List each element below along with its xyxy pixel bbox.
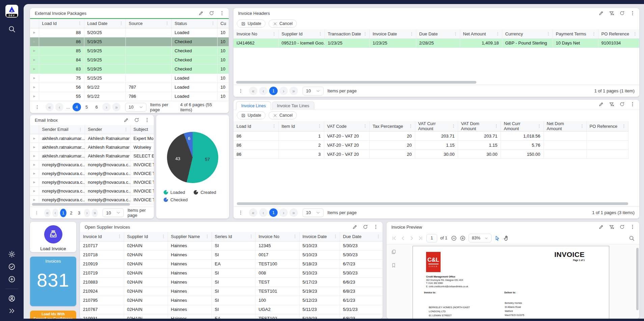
column-menu-icon[interactable]: ⋮ xyxy=(123,127,130,132)
column-header[interactable]: Net Amount⋮ xyxy=(460,29,502,38)
first-page-icon[interactable] xyxy=(391,235,397,241)
column-menu-icon[interactable]: ⋮ xyxy=(362,124,369,128)
filter-icon[interactable] xyxy=(609,10,614,16)
edit-icon[interactable] xyxy=(198,10,204,16)
column-header[interactable]: Transaction Date⋮ xyxy=(325,29,369,38)
next-page-button[interactable]: › xyxy=(84,209,90,217)
column-header[interactable]: Cu⋮ xyxy=(217,19,229,28)
filter-icon[interactable] xyxy=(609,224,614,230)
table-row[interactable]: 21088302HAINHainnesSITEST5/17/236/6/23 xyxy=(80,278,383,287)
column-header[interactable]: Sender Email⋮ xyxy=(39,125,85,134)
table-row[interactable]: 21076702HAINHainnesSIUGA25/11/235/31/23 xyxy=(80,305,383,314)
column-header[interactable]: Invoice Date⋮ xyxy=(369,29,416,38)
column-header[interactable]: Load Id⋮ xyxy=(39,19,84,28)
page-button[interactable]: 3 xyxy=(76,209,82,217)
column-header[interactable]: Due Date⋮ xyxy=(340,232,383,241)
load-invoice-button[interactable] xyxy=(44,225,62,243)
row-expander-icon[interactable]: ▶ xyxy=(30,160,39,169)
menu-icon[interactable] xyxy=(238,88,243,93)
last-page-button[interactable]: » xyxy=(112,103,120,111)
cancel-button[interactable]: Cancel xyxy=(269,20,297,28)
column-header[interactable]: PO Reference⋮ xyxy=(586,121,628,132)
menu-icon[interactable] xyxy=(144,117,150,123)
table-row[interactable]: 21092402HAINHainnesSITEST1015/19/236/8/2… xyxy=(80,287,383,296)
column-header[interactable]: VAT Dom Amount⋮ xyxy=(458,121,501,132)
pan-hand-icon[interactable] xyxy=(503,235,509,241)
column-header[interactable]: Currency⋮ xyxy=(502,29,553,38)
menu-icon[interactable] xyxy=(630,101,635,107)
column-header[interactable]: Subject⋮ xyxy=(130,125,154,134)
column-menu-icon[interactable]: ⋮ xyxy=(493,124,500,128)
column-menu-icon[interactable]: ⋮ xyxy=(332,234,339,239)
table-row[interactable]: ▶855/19/25Checked10 xyxy=(30,46,229,55)
previous-page-button[interactable]: ‹ xyxy=(52,209,58,217)
column-menu-icon[interactable]: ⋮ xyxy=(164,21,171,26)
zoom-out-icon[interactable] xyxy=(451,235,457,241)
row-expander-icon[interactable]: ▶ xyxy=(30,28,39,37)
row-expander-icon[interactable]: ▶ xyxy=(30,143,39,151)
items-per-page-select[interactable]: 10 xyxy=(303,208,324,217)
search-document-icon[interactable] xyxy=(629,235,635,241)
update-button[interactable]: Update xyxy=(237,20,265,28)
column-menu-icon[interactable]: ⋮ xyxy=(77,127,84,132)
load-ids-errors-button[interactable]: Load Ids With Errors/Low Confidence xyxy=(30,311,76,319)
copy-pages-icon[interactable] xyxy=(391,249,396,255)
page-button[interactable]: 1 xyxy=(269,208,278,217)
table-row[interactable]: 21071802HAINHainnesSI00175/10/235/30/23 xyxy=(80,250,383,259)
edit-icon[interactable] xyxy=(598,224,604,230)
table-row[interactable]: ▶845/19/25Checked10 xyxy=(30,55,229,64)
column-menu-icon[interactable]: ⋮ xyxy=(153,127,154,132)
table-row[interactable]: ▶akhilesh.ratnakumar...Akhilesh Ratnakum… xyxy=(30,151,154,160)
column-header[interactable]: Payment Terms⋮ xyxy=(553,29,598,38)
column-menu-icon[interactable]: ⋮ xyxy=(450,124,457,128)
first-page-button[interactable]: « xyxy=(44,209,50,217)
previous-page-button[interactable]: ‹ xyxy=(259,87,268,95)
next-page-button[interactable]: › xyxy=(279,87,288,95)
menu-icon[interactable] xyxy=(35,105,40,110)
row-expander-icon[interactable]: ▶ xyxy=(30,178,39,186)
column-menu-icon[interactable]: ⋮ xyxy=(248,234,255,239)
column-menu-icon[interactable]: ⋮ xyxy=(536,124,543,128)
page-button[interactable]: 2 xyxy=(68,209,74,217)
table-row[interactable]: 21071702HAINHainnesSI123455/10/235/30/23 xyxy=(80,241,383,250)
column-menu-icon[interactable]: ⋮ xyxy=(210,21,217,26)
row-expander-icon[interactable]: ▶ xyxy=(30,92,39,101)
column-menu-icon[interactable]: ⋮ xyxy=(579,124,586,128)
column-menu-icon[interactable]: ⋮ xyxy=(545,31,552,36)
table-row[interactable]: 21071902HAINHainnesSI0085/10/235/30/23 xyxy=(80,268,383,278)
column-menu-icon[interactable]: ⋮ xyxy=(632,31,639,36)
column-menu-icon[interactable]: ⋮ xyxy=(495,31,501,36)
table-row[interactable]: ▶noreply@novacura.c...noreply@novacura.c… xyxy=(30,169,154,178)
zoom-level-select[interactable]: 83% xyxy=(469,234,492,242)
refresh-icon[interactable] xyxy=(619,224,625,230)
add-circle-icon[interactable] xyxy=(8,275,16,283)
last-page-button[interactable]: » xyxy=(289,87,298,95)
tab-invoice-tax-lines[interactable]: Invoice Tax Lines xyxy=(272,101,314,110)
table-row[interactable]: ▶noreply@novacura.c...noreply@novacura.c… xyxy=(30,178,154,186)
row-expander-icon[interactable]: ▶ xyxy=(30,55,39,64)
zoom-in-icon[interactable] xyxy=(460,235,466,241)
tab-invoice-lines[interactable]: Invoice Lines xyxy=(236,101,271,110)
row-expander-icon[interactable]: ▶ xyxy=(30,169,39,178)
row-expander-icon[interactable]: ▶ xyxy=(30,83,39,92)
column-header[interactable]: Net Curr Amount⋮ xyxy=(501,121,543,132)
row-expander-icon[interactable]: ▶ xyxy=(30,37,39,46)
column-header[interactable]: Invoice No⋮ xyxy=(255,232,299,241)
table-row[interactable]: 861VAT-20 - VAT 2020203.71203.711,018.56 xyxy=(233,132,628,141)
next-page-button[interactable]: › xyxy=(279,208,288,217)
refresh-icon[interactable] xyxy=(363,224,368,230)
select-cursor-icon[interactable] xyxy=(495,235,500,241)
table-row[interactable]: ▶akhilesh.ratnakumar...Akhilesh Ratnakum… xyxy=(30,134,154,143)
column-header[interactable]: Invoice Date⋮ xyxy=(299,232,340,241)
column-menu-icon[interactable]: ⋮ xyxy=(317,31,324,36)
column-header[interactable]: Due Date⋮ xyxy=(416,29,460,38)
cancel-button[interactable]: Cancel xyxy=(269,111,297,119)
table-row[interactable]: 863VAT-20 - VAT 202030.0030.00150.00 xyxy=(233,150,628,159)
app-logo[interactable]: DEV xyxy=(5,5,18,18)
panel-invoices-count[interactable]: Invoices 831 xyxy=(30,257,76,306)
column-header[interactable]: Source⋮ xyxy=(125,19,171,28)
table-row[interactable]: ▶885/20/25Loaded10 xyxy=(30,28,229,37)
column-header[interactable]: Load Id⋮ xyxy=(233,121,278,132)
column-menu-icon[interactable]: ⋮ xyxy=(271,31,278,36)
update-button[interactable]: Update xyxy=(237,111,265,119)
